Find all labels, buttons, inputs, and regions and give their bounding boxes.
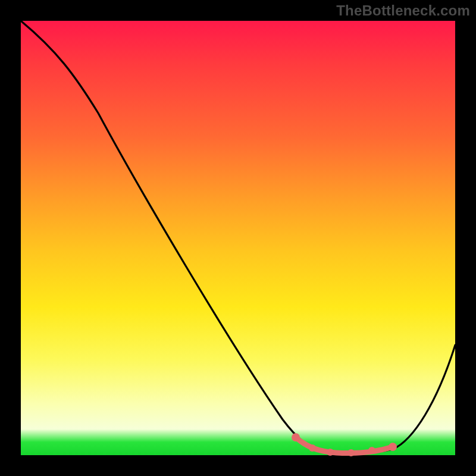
highlight-dot [309,444,316,452]
watermark-text: TheBottleneck.com [336,2,470,19]
chart-frame: TheBottleneck.com [0,0,476,476]
highlight-dot [347,449,355,456]
highlight-dot [327,449,334,456]
plot-gradient-area [21,21,455,455]
highlight-dot [292,433,300,441]
highlight-dot [368,447,375,454]
curve-layer [21,21,455,455]
highlight-dot [389,443,397,451]
bottleneck-curve [21,21,455,453]
